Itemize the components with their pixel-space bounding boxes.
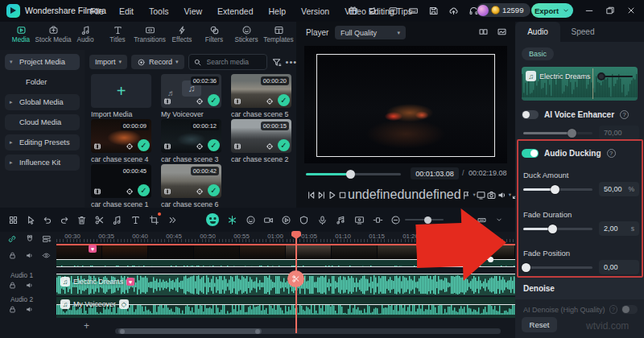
- zoom-slider-handle[interactable]: [424, 216, 431, 224]
- export-button[interactable]: Export: [531, 3, 573, 18]
- enhancer-value[interactable]: 70,00: [599, 126, 639, 140]
- mark-in-button[interactable]: undefined: [348, 188, 404, 202]
- media-item-car-chase-scene-2[interactable]: 00:00:15✓car chase scene 2: [231, 119, 291, 163]
- ai-denoise-toggle[interactable]: [621, 305, 638, 314]
- redo-icon[interactable]: [58, 213, 71, 226]
- playhead[interactable]: [295, 232, 297, 333]
- screen-record-icon[interactable]: [353, 213, 365, 226]
- mark-out-button[interactable]: undefined: [404, 188, 460, 202]
- ai-voice-enhancer-toggle[interactable]: [522, 110, 539, 119]
- selected-clip-preview[interactable]: ♫ Electric Dreams: [522, 67, 638, 101]
- media-item-car-chase-scene-4[interactable]: 00:00:09✓car chase scene 4: [91, 119, 151, 163]
- snapshot-button[interactable]: [486, 190, 497, 200]
- tab-stickers[interactable]: Stickers: [230, 23, 262, 43]
- caret-down-icon[interactable]: [493, 213, 506, 226]
- menu-tools[interactable]: Tools: [149, 6, 169, 16]
- tab-titles[interactable]: Titles: [101, 23, 134, 43]
- fade-duration-handle[interactable]: [548, 225, 557, 233]
- mask-icon[interactable]: [206, 213, 219, 226]
- speaker-icon[interactable]: [23, 279, 35, 291]
- restore-button[interactable]: [605, 4, 615, 19]
- crop-icon[interactable]: [147, 213, 160, 226]
- keyboard-icon[interactable]: [406, 4, 420, 19]
- lock-icon[interactable]: [6, 303, 18, 315]
- search-input[interactable]: [205, 57, 258, 67]
- track-tools-icon[interactable]: [41, 233, 52, 245]
- menu-view[interactable]: View: [184, 6, 203, 16]
- mirror-display-button[interactable]: [476, 190, 486, 200]
- menu-file[interactable]: File: [90, 6, 104, 16]
- timeline-zoom-slider[interactable]: [405, 219, 444, 221]
- clip-volume-slider[interactable]: [599, 76, 633, 77]
- text-icon[interactable]: [129, 213, 142, 226]
- tab-speed[interactable]: Speed: [560, 22, 605, 42]
- delete-icon[interactable]: [75, 213, 88, 226]
- video-preview[interactable]: [304, 46, 507, 163]
- timeline-scrollbar[interactable]: [115, 328, 501, 334]
- gift-icon[interactable]: [345, 4, 360, 19]
- grid-view-icon[interactable]: [6, 213, 19, 226]
- audio2-clip[interactable]: ♫ My Voiceover ◇: [56, 297, 515, 318]
- tab-audio[interactable]: Audio: [69, 23, 101, 43]
- seek-handle[interactable]: [346, 170, 355, 179]
- more-options-icon[interactable]: •••: [286, 57, 298, 67]
- fade-position-slider[interactable]: [523, 266, 592, 269]
- tab-media[interactable]: Media: [5, 23, 37, 43]
- media-item-my-voiceover[interactable]: ♫♬00:02:36✓My Voiceover: [161, 74, 221, 118]
- zoom-out-icon[interactable]: [389, 213, 402, 226]
- duck-amount-slider[interactable]: [523, 188, 592, 191]
- sidebar-item-folder[interactable]: Folder: [11, 74, 80, 90]
- duck-amount-value[interactable]: 50,00%: [599, 182, 639, 196]
- previous-frame-button[interactable]: [306, 190, 316, 200]
- audio1-clip[interactable]: ♫ Electric Dreams ♥: [56, 274, 515, 295]
- speaker-icon[interactable]: [23, 249, 35, 261]
- stop-button[interactable]: [337, 190, 348, 200]
- reset-button[interactable]: Reset: [522, 317, 557, 332]
- import-button[interactable]: Import ▾: [89, 55, 127, 69]
- cloud-upload-icon[interactable]: [446, 4, 460, 19]
- help-icon[interactable]: ?: [607, 149, 616, 158]
- media-item-import-media[interactable]: +Import Media: [91, 74, 151, 118]
- timeline-ruler[interactable]: 00:3000:3500:4000:4500:5000:5501:0001:05…: [56, 232, 515, 243]
- tab-transitions[interactable]: Transitions: [134, 23, 166, 43]
- fade-duration-slider[interactable]: [523, 228, 592, 230]
- link-icon[interactable]: [6, 233, 18, 245]
- audio-beat-icon[interactable]: [110, 213, 123, 226]
- menu-edit[interactable]: Edit: [119, 6, 134, 16]
- duck-amount-handle[interactable]: [551, 185, 559, 194]
- minimize-button[interactable]: [584, 4, 594, 19]
- scrollbar-thumb[interactable]: [118, 328, 262, 334]
- keyframe-dot[interactable]: [488, 257, 493, 262]
- menu-help[interactable]: Help: [268, 6, 286, 16]
- seek-slider[interactable]: [306, 173, 401, 175]
- basic-filter-pill[interactable]: Basic: [522, 47, 554, 60]
- media-item-car-chase-scene-3[interactable]: 00:00:12✓car chase scene 3: [161, 119, 221, 163]
- record-camera-icon[interactable]: [262, 213, 275, 226]
- color-scope-icon[interactable]: [497, 27, 507, 37]
- undo-icon[interactable]: [40, 213, 53, 226]
- play-motion-icon[interactable]: [279, 213, 292, 226]
- video-track-clip[interactable]: ♥: [56, 244, 515, 267]
- sidebar-item-influence-kit[interactable]: ▸Influence Kit: [5, 155, 80, 171]
- select-icon[interactable]: [24, 213, 37, 226]
- fit-timeline-icon[interactable]: [475, 213, 488, 226]
- sidebar-item-global-media[interactable]: ▸Global Media: [5, 94, 80, 110]
- tab-effects[interactable]: Effects: [166, 23, 198, 43]
- record-button[interactable]: Record ▾: [131, 55, 184, 69]
- save-icon[interactable]: [426, 4, 440, 19]
- menu-version[interactable]: Version: [301, 6, 329, 16]
- scrollbar-handle-right[interactable]: [255, 329, 260, 334]
- audio-notes-icon[interactable]: [334, 213, 347, 226]
- tab-templates[interactable]: Templates: [262, 23, 295, 43]
- tab-audio[interactable]: Audio: [515, 22, 560, 42]
- megaphone-icon[interactable]: [365, 4, 380, 19]
- avatar[interactable]: [477, 5, 489, 16]
- split-scissors-button[interactable]: [287, 270, 304, 287]
- next-frame-button[interactable]: [316, 190, 327, 200]
- more-icon[interactable]: [166, 213, 179, 226]
- fade-position-handle[interactable]: [522, 263, 530, 272]
- sidebar-item-project-media[interactable]: ▾Project Media: [5, 54, 80, 70]
- media-item-car-chase-scene-6[interactable]: 00:00:42✓car chase scene 6: [161, 164, 221, 208]
- eye-icon[interactable]: [40, 249, 52, 261]
- microphone-icon[interactable]: [316, 213, 328, 226]
